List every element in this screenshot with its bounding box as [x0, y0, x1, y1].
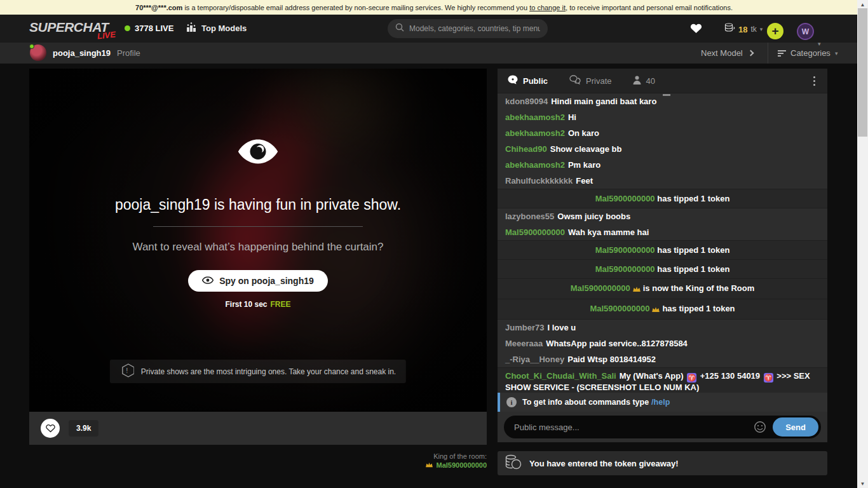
chat-bubble-icon — [508, 75, 518, 86]
chat-username[interactable]: abekhaamosh2 — [505, 128, 565, 138]
user-avatar[interactable]: W — [797, 23, 814, 40]
live-dot-icon — [125, 25, 130, 31]
coins-icon — [724, 23, 735, 36]
message-input-container[interactable]: Send — [504, 416, 821, 438]
crown-icon — [632, 285, 641, 294]
search-icon — [395, 23, 404, 34]
banner-email: 70***@***.com — [135, 4, 182, 11]
chat-message-text: Paid Wtsp 8018414952 — [567, 355, 656, 364]
aries-emoji-icon: ♈ — [764, 373, 773, 383]
send-button[interactable]: Send — [773, 417, 818, 437]
chat-username[interactable]: abekhaamosh2 — [505, 112, 565, 122]
next-model-button[interactable]: Next Model — [701, 48, 753, 58]
chat-message-row: Chihead90Show cleavage bb — [498, 141, 827, 157]
private-show-notice: ! Private shows are the most intriguing … — [110, 360, 406, 383]
tab-profile[interactable]: Profile — [117, 48, 140, 58]
filter-icon — [778, 49, 786, 58]
chat-username[interactable]: Rahulfuckkkkkkk — [505, 176, 573, 186]
chat-message-text: WhatsApp paid service..8127878584 — [546, 339, 688, 348]
search-input[interactable] — [409, 24, 540, 33]
eye-outline-icon — [202, 276, 214, 286]
token-balance[interactable]: 18 tk ▾ — [724, 23, 763, 36]
model-subheader: pooja_singh19 Profile Next Model Categor… — [0, 43, 868, 64]
site-logo[interactable]: SUPERCHAT LIVE — [29, 20, 125, 37]
chat-info-bar: i To get info about commands type/help — [498, 393, 827, 412]
chat-username[interactable]: Jumber73 — [505, 323, 544, 332]
email-warning-banner: 70***@***.com is a temporary/disposable … — [0, 0, 868, 15]
model-avatar[interactable] — [30, 44, 46, 61]
chat-username[interactable]: kdon89094 — [505, 97, 548, 106]
crown-icon — [651, 305, 660, 315]
tab-private[interactable]: Private — [569, 75, 611, 86]
scroll-up-arrow-icon[interactable]: ▲ — [857, 0, 868, 9]
page-scrollbar[interactable]: ▲ ▼ — [857, 0, 868, 488]
spy-button[interactable]: Spy on pooja_singh19 — [188, 270, 328, 292]
token-giveaway-coins-icon — [505, 454, 522, 472]
chat-event-row: Mal5900000000 has tipped 1 token — [498, 260, 827, 279]
private-show-title: pooja_singh19 is having fun in private s… — [115, 196, 401, 214]
chat-username[interactable]: Mal5900000000 — [571, 283, 630, 293]
chat-message-text: I love u — [547, 323, 576, 332]
private-show-eye-icon — [238, 139, 278, 167]
chat-username[interactable]: Mal5900000000 — [505, 227, 565, 237]
chevron-right-icon — [747, 50, 754, 57]
chat-username[interactable]: _-Riya__Honey — [505, 355, 564, 364]
chat-message-row: abekhaamosh2Pm karo — [498, 157, 827, 173]
chat-tabs-bar: Public Private 40 — [498, 69, 827, 93]
player-controls-bar: 3.9k — [29, 412, 487, 445]
buy-tokens-button[interactable]: + — [767, 23, 783, 39]
free-trial-note: First 10 secFREE — [225, 300, 290, 309]
chat-options-menu-icon[interactable] — [811, 74, 817, 88]
chat-message-row: MeeeraaaWhatsApp paid service..812787858… — [498, 336, 827, 351]
search-bar[interactable] — [388, 19, 548, 38]
chat-message-text: Pm karo — [568, 160, 600, 170]
chat-username[interactable]: abekhaamosh2 — [505, 160, 565, 170]
chat-message-text: Show cleavage bb — [550, 144, 622, 154]
message-input[interactable] — [514, 423, 752, 432]
top-navbar: SUPERCHAT LIVE 3778 LIVE Top Models 18 t… — [0, 15, 868, 43]
chat-message-row: abekhaamosh2On karo — [498, 125, 827, 141]
banner-text: 70***@***.com is a temporary/disposable … — [135, 4, 733, 11]
chat-username[interactable]: Meeeraaa — [505, 339, 543, 348]
divider — [153, 226, 363, 227]
podium-icon — [186, 22, 196, 34]
chat-message-row: lazybones55Owsm juicy boobs — [498, 208, 827, 224]
like-heart-button[interactable] — [41, 419, 60, 438]
chat-message-text: Hi — [568, 112, 576, 122]
scrollbar-thumb[interactable] — [858, 8, 867, 137]
chat-message-row: Mal5900000000Wah kya mamme hai — [498, 224, 827, 240]
chat-input-row: Send — [498, 412, 827, 442]
viewer-count[interactable]: 40 — [633, 76, 654, 86]
chat-username[interactable]: Chihead90 — [505, 144, 547, 154]
chat-username[interactable]: Choot_Ki_Chudai_With_Sali — [505, 371, 616, 381]
tab-public[interactable]: Public — [508, 75, 548, 86]
info-icon: i — [506, 397, 517, 407]
king-username[interactable]: Mal5900000000 — [436, 461, 487, 469]
chat-message-text: Hindi main gandi baat karo — [551, 97, 656, 106]
chat-username[interactable]: Mal5900000000 — [595, 194, 655, 203]
scroll-down-arrow-icon[interactable]: ▼ — [857, 479, 868, 488]
help-command-link[interactable]: /help — [651, 398, 670, 407]
double-bubble-icon — [569, 75, 581, 86]
chat-username[interactable]: Mal5900000000 — [595, 264, 655, 274]
warning-hexagon-icon: ! — [120, 363, 134, 381]
change-email-link[interactable]: to change it — [529, 4, 566, 11]
favorites-heart-icon[interactable] — [690, 23, 702, 36]
emoji-smiley-icon[interactable] — [754, 421, 766, 433]
model-name: pooja_singh19 — [53, 48, 111, 58]
chat-message-row: abekhaamosh2Hi — [498, 109, 827, 125]
chat-message-text: Wah kya mamme hai — [568, 227, 649, 237]
chat-message-row: Jumber73I love u — [498, 320, 827, 336]
account-menu-caret-icon[interactable]: ▾ — [818, 41, 821, 47]
private-show-subtitle: Want to reveal what’s happening behind t… — [132, 241, 383, 254]
chat-event-row: Mal5900000000has tipped 1 token — [498, 299, 827, 320]
chat-username[interactable]: Mal5900000000 — [595, 245, 655, 255]
chat-username[interactable]: Mal5900000000 — [590, 304, 649, 313]
categories-dropdown[interactable]: Categories ▾ — [778, 48, 837, 58]
top-models-link[interactable]: Top Models — [186, 22, 247, 34]
chevron-down-icon: ▾ — [835, 50, 838, 57]
live-count[interactable]: 3778 LIVE — [125, 24, 173, 33]
chat-username[interactable]: lazybones55 — [505, 212, 554, 221]
chat-message-text: Feet — [576, 176, 593, 186]
chat-message-list[interactable]: kdon89094Hindi main gandi baat karoabekh… — [498, 93, 827, 393]
